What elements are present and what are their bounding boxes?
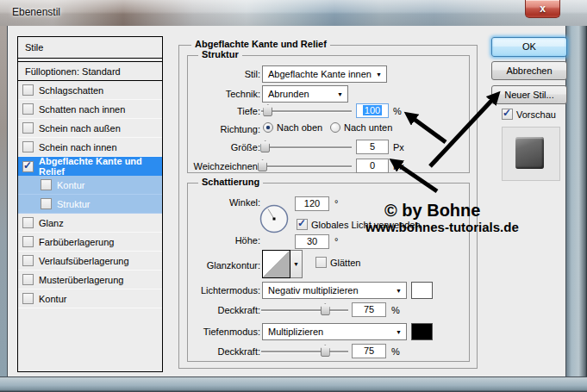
checkbox-farbueberlagerung[interactable] [22,236,34,247]
deckkraft1-unit: % [391,305,400,315]
sidebar-item-kontur-sub[interactable]: Kontur [18,176,162,195]
preview-checkbox-row[interactable]: Vorschau [502,109,556,120]
radio-nach-oben-label: Nach oben [277,122,322,133]
winkel-label: Winkel: [181,197,260,208]
deckkraft2-slider[interactable] [261,343,348,358]
sidebar-item-label: Kontur [39,294,66,304]
ok-button[interactable]: OK [491,37,567,57]
lichtermodus-dropdown[interactable]: Negativ multiplizieren ▼ [262,282,407,299]
sidebar-item-musterueberlagerung[interactable]: Musterüberlagerung [18,271,162,289]
new-style-button[interactable]: Neuer Stil... [491,85,567,104]
checkbox-schein-nach-aussen[interactable] [22,122,34,134]
styles-list: Stile Fülloptionen: Standard Schlagschat… [17,36,163,372]
stil-dropdown[interactable]: Abgeflachte Kante innen ▼ [262,65,387,83]
bevel-emboss-group-title: Abgeflachte Kante und Relief [191,39,330,49]
checkbox-struktur-sub[interactable] [41,198,52,209]
sidebar-item-label: Schein nach innen [39,142,117,152]
gloss-contour-dropdown[interactable]: ▼ [290,250,303,278]
tiefenmodus-dropdown[interactable]: Multiplizieren ▼ [262,323,407,340]
hoehe-input[interactable]: 30 [295,234,329,249]
sidebar-item-abgeflachte-kante[interactable]: Abgeflachte Kante und Relief [18,157,162,176]
glaetten-checkbox-row[interactable]: Glätten [315,257,360,268]
checkbox-kontur-sub[interactable] [41,179,52,190]
tiefe-slider[interactable] [261,103,352,118]
sidebar-item-label: Glanz [39,218,64,228]
weichzeichnen-label: Weichzeichnen: [181,161,260,171]
layer-style-dialog: Ebenenstil x Stile Fülloptionen: Standar… [0,0,587,392]
sidebar-item-farbueberlagerung[interactable]: Farbüberlagerung [18,233,162,252]
checkbox-schlagschatten[interactable] [22,84,34,96]
technik-dropdown[interactable]: Abrunden ▼ [262,85,348,103]
weichzeichnen-unit: Px [393,161,404,171]
checkbox-musterueberlagerung[interactable] [22,274,34,285]
slider-track [261,309,348,311]
close-button[interactable]: x [525,0,560,18]
style-preview-thumbnail [502,127,560,181]
radio-nach-unten[interactable] [330,122,340,133]
checkbox-abgeflachte-kante[interactable] [22,161,34,172]
richtung-nach-oben[interactable]: Nach oben [263,122,322,133]
glaetten-label: Glätten [330,258,360,268]
checkbox-schatten-nach-innen[interactable] [22,103,34,115]
deckkraft1-slider[interactable] [261,302,348,317]
glanzkontur-label: Glanzkontur: [181,260,260,271]
groesse-slider-thumb[interactable] [260,140,270,152]
sidebar-item-schein-nach-innen[interactable]: Schein nach innen [18,138,162,157]
sidebar-item-schein-nach-aussen[interactable]: Schein nach außen [18,119,162,138]
tiefenmodus-dropdown-value: Multiplizieren [268,327,323,337]
weichzeichnen-slider[interactable] [261,158,352,173]
radio-nach-oben[interactable] [263,122,273,133]
checkbox-verlaufsueberlagerung[interactable] [22,255,34,266]
gloss-contour-thumbnail[interactable] [262,250,290,278]
chevron-down-icon: ▼ [396,329,402,335]
title-bar[interactable]: Ebenenstil [0,0,587,26]
sidebar-item-struktur-sub[interactable]: Struktur [18,195,162,214]
checkbox-schein-nach-innen[interactable] [22,141,34,152]
highlight-color-swatch[interactable] [411,282,433,299]
slider-track [261,165,352,167]
checkbox-glanz[interactable] [22,217,34,228]
sidebar-item-glanz[interactable]: Glanz [18,214,162,233]
weichzeichnen-input[interactable]: 0 [356,159,389,173]
deckkraft2-slider-thumb[interactable] [321,345,330,357]
fill-options-row[interactable]: Fülloptionen: Standard [18,61,162,81]
dialog-body: Stile Fülloptionen: Standard Schlagschat… [8,26,565,376]
shadow-color-swatch[interactable] [411,323,433,340]
window-frame-left [0,26,8,376]
chevron-down-icon: ▼ [293,261,299,267]
groesse-unit: Px [393,142,404,152]
groesse-input[interactable]: 5 [356,140,389,154]
deckkraft2-input[interactable]: 75 [352,344,386,358]
checkbox-kontur[interactable] [22,293,34,304]
sidebar-item-kontur[interactable]: Kontur [18,289,162,308]
winkel-input[interactable]: 120 [295,196,329,211]
glaetten-checkbox[interactable] [315,257,327,268]
sidebar-item-label: Schein nach außen [39,123,121,134]
richtung-nach-unten[interactable]: Nach unten [330,122,392,133]
technik-label: Technik: [181,89,260,99]
sidebar-item-label: Schatten nach innen [39,104,125,115]
sidebar-item-schlagschatten[interactable]: Schlagschatten [18,81,162,100]
groesse-label: Größe: [181,142,260,152]
groesse-slider[interactable] [261,139,352,154]
winkel-unit: ° [334,198,338,208]
tiefe-input[interactable]: 100 [356,103,389,118]
preview-label: Vorschau [516,109,556,120]
preview-bevel-square [515,137,544,169]
window-frame-bottom [0,376,587,392]
radio-nach-unten-label: Nach unten [344,122,392,133]
chevron-down-icon: ▼ [376,72,382,78]
preview-checkbox[interactable] [502,109,513,120]
global-light-checkbox[interactable] [297,219,308,230]
tiefe-slider-thumb[interactable] [263,104,272,116]
angle-dial[interactable] [259,204,289,233]
deckkraft1-slider-thumb[interactable] [321,303,330,315]
technik-dropdown-value: Abrunden [268,89,309,99]
sidebar-item-label: Musterüberlagerung [39,275,123,285]
chevron-down-icon: ▼ [396,288,402,294]
cancel-button[interactable]: Abbrechen [491,61,567,80]
sidebar-item-verlaufsueberlagerung[interactable]: Verlaufsüberlagerung [18,252,162,271]
slider-track [261,146,352,148]
sidebar-item-schatten-nach-innen[interactable]: Schatten nach innen [18,100,162,119]
deckkraft1-input[interactable]: 75 [352,302,386,317]
